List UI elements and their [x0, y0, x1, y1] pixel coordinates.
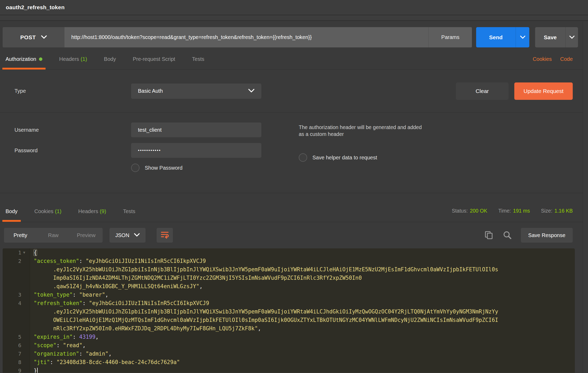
code-line: 2"access_token": "eyJhbGciOiJIUzI1NiIsIn… [3, 257, 575, 265]
chevron-down-icon [41, 35, 47, 40]
line-number-gutter [3, 307, 30, 316]
cookies-link[interactable]: Cookies [533, 56, 552, 62]
request-tabs: Authorization Headers(1) Body Pre-reques… [0, 47, 583, 70]
request-title: oauth2_refresh_token [6, 4, 64, 11]
save-response-button[interactable]: Save Response [521, 228, 573, 243]
url-input[interactable]: http://host1:8000/oauth/token?scope=read… [64, 27, 428, 47]
time-value: 191 ms [513, 208, 530, 214]
auth-fields: Username test_client Password ••••••••••… [0, 122, 279, 193]
tab-authorization[interactable]: Authorization [4, 56, 44, 70]
save-options-button[interactable] [565, 27, 578, 47]
password-field[interactable]: ••••••••••• [131, 143, 261, 158]
tab-pre-request-script[interactable]: Pre-request Script [131, 56, 177, 70]
method-label: POST [20, 34, 36, 41]
method-select[interactable]: POST [3, 27, 64, 47]
code-lines: 1▼{2"access_token": "eyJhbGciOiJIUzI1NiI… [3, 248, 575, 373]
request-links: Cookies Code [533, 56, 573, 70]
username-field[interactable]: test_client [131, 122, 261, 137]
tab-response-body[interactable]: Body [4, 208, 19, 222]
send-button[interactable]: Send [476, 27, 516, 47]
response-tabs: Body Cookies(1) Headers(9) Tests Status:… [0, 193, 583, 222]
auth-active-dot [39, 57, 42, 61]
code-line: 6"scope": "read", [3, 341, 575, 350]
line-number-gutter: 2 [3, 257, 30, 265]
chevron-down-icon [248, 89, 255, 94]
code-line: Imp0aSI6IjIzNDA4ZDM4LThjZGMtNDQ2MC1iZWFj… [3, 274, 575, 282]
search-response-button[interactable] [502, 230, 512, 241]
code-line-text: "organization": "admin", [30, 350, 112, 358]
tab-label: Headers [78, 208, 98, 214]
view-raw-button[interactable]: Raw [37, 228, 70, 243]
code-line: .eyJ1c2VyX25hbWUiOiJhZG1pbiIsInNjb3BlIjp… [3, 265, 575, 274]
code-line-text: "token_type": "bearer", [30, 291, 108, 299]
code-line: 5"expires_in": 43199, [3, 333, 575, 341]
save-helper-checkbox-icon[interactable] [299, 153, 307, 162]
show-password-toggle[interactable]: Show Password [131, 164, 279, 172]
text-cursor [37, 368, 38, 373]
tab-count: (1) [81, 56, 87, 62]
tab-tests[interactable]: Tests [191, 56, 206, 70]
line-number-gutter [3, 324, 30, 333]
view-mode-group: Pretty Raw Preview [4, 228, 103, 243]
password-row: Password ••••••••••• [0, 143, 279, 158]
code-line: nRlc3RfY2xpZW50In0.eHRWxFZDJDq_2RDPL4Dhy… [3, 324, 575, 333]
auth-helper-column: The authorization header will be generat… [279, 122, 583, 193]
format-value: JSON [115, 232, 129, 238]
tab-response-headers[interactable]: Headers(9) [77, 208, 108, 222]
line-number-gutter: 5 [3, 333, 30, 341]
line-number-gutter [3, 265, 30, 274]
response-body-editor[interactable]: 1▼{2"access_token": "eyJhbGciOiJIUzI1NiI… [3, 248, 575, 373]
code-line-text: OWEiLCJleHAiOjE1MzQ1MjQzMTQsImF1dGhvcml0… [30, 316, 498, 324]
code-line: .eyJ1c2VyX25hbWUiOiJhZG1pbiIsInNjb3BlIjp… [3, 307, 575, 316]
code-line-text: { [30, 248, 37, 257]
tab-response-tests[interactable]: Tests [121, 208, 137, 222]
username-label: Username [0, 127, 131, 133]
params-button[interactable]: Params [428, 27, 472, 47]
tab-label: Body [104, 56, 116, 62]
line-number-gutter: 3 [3, 291, 30, 299]
clear-button[interactable]: Clear [456, 82, 509, 100]
search-icon [502, 230, 512, 241]
username-row: Username test_client [0, 122, 279, 137]
code-line: 4"refresh_token": "eyJhbGciOiJIUzI1NiIsI… [3, 299, 575, 307]
send-options-button[interactable] [516, 27, 529, 47]
code-link[interactable]: Code [560, 56, 573, 62]
auth-helper-note: The authorization header will be generat… [299, 124, 425, 138]
line-number-gutter: 9 [3, 366, 30, 373]
update-request-button[interactable]: Update Request [514, 82, 573, 100]
wrap-lines-button[interactable] [157, 228, 173, 243]
line-number-gutter: 1▼ [3, 248, 30, 257]
line-number-gutter [3, 274, 30, 282]
tab-response-cookies[interactable]: Cookies(1) [33, 208, 63, 222]
save-button[interactable]: Save [535, 27, 565, 47]
chevron-down-icon [134, 233, 140, 238]
view-preview-button[interactable]: Preview [70, 228, 103, 243]
code-line-text: .qawS1Z4j_h4vNx10GBC_Y_PHM1LLSQt64eniWLG… [30, 282, 203, 291]
view-pretty-button[interactable]: Pretty [4, 228, 37, 243]
auth-type-row: Type Basic Auth Clear Update Request [0, 70, 583, 112]
save-helper-label: Save helper data to request [312, 155, 377, 161]
save-helper-toggle[interactable]: Save helper data to request [299, 153, 583, 162]
code-line-text: Imp0aSI6IjIzNDA4ZDM4LThjZGMtNDQ2MC1iZWFj… [30, 274, 362, 282]
response-toolbar: Pretty Raw Preview JSON [0, 222, 583, 248]
code-line: 3"token_type": "bearer", [3, 291, 575, 299]
auth-type-select[interactable]: Basic Auth [131, 84, 261, 99]
code-line-text: "access_token": "eyJhbGciOiJIUzI1NiIsInR… [30, 257, 206, 265]
auth-type-value: Basic Auth [138, 88, 163, 94]
auth-credentials-section: Username test_client Password ••••••••••… [0, 112, 583, 193]
line-number-gutter: 4 [3, 299, 30, 307]
format-select[interactable]: JSON [109, 228, 146, 243]
tab-body[interactable]: Body [102, 56, 118, 70]
request-title-bar: oauth2_refresh_token [0, 0, 588, 15]
chevron-down-icon [520, 35, 525, 40]
line-number-gutter [3, 282, 30, 291]
code-line-text: "expires_in": 43199, [30, 333, 99, 341]
tab-headers[interactable]: Headers(1) [58, 56, 89, 70]
save-split-button: Save [535, 27, 578, 47]
copy-response-button[interactable] [484, 230, 494, 241]
show-password-checkbox-icon[interactable] [131, 164, 139, 172]
scrollbar-track[interactable] [583, 21, 588, 373]
time-indicator: Time:191 ms [498, 208, 530, 214]
wrap-text-icon [160, 230, 169, 240]
fold-caret-icon[interactable]: ▼ [21, 248, 27, 257]
